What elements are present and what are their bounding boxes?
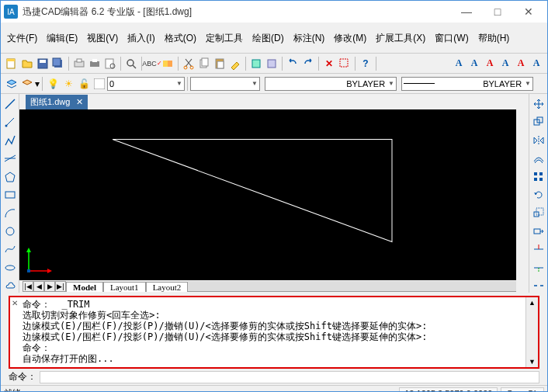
svg-marker-43 <box>540 137 543 144</box>
stretch-tool-icon[interactable] <box>532 224 546 238</box>
audit-icon[interactable] <box>161 57 175 71</box>
matchprop-icon[interactable] <box>228 57 242 71</box>
cut-icon[interactable] <box>182 57 196 71</box>
layer-prev-icon[interactable] <box>20 77 34 91</box>
menu-format[interactable]: 格式(O) <box>165 31 196 45</box>
trim-tool-icon[interactable] <box>532 243 546 256</box>
drawing-canvas[interactable] <box>19 109 516 280</box>
open-icon[interactable] <box>20 57 34 71</box>
minimize-button[interactable]: — <box>451 2 482 21</box>
svg-rect-39 <box>27 269 30 272</box>
command-input[interactable] <box>40 371 539 383</box>
textstyle-a3[interactable]: A <box>483 57 497 71</box>
paste-icon[interactable] <box>213 57 227 71</box>
textstyle-a1[interactable]: A <box>452 57 466 71</box>
arc-tool-icon[interactable] <box>3 206 17 220</box>
new-icon[interactable] <box>5 57 19 71</box>
cmd-scrollbar[interactable]: ▲▼ <box>525 297 538 367</box>
linetype-combo[interactable]: BYLAYER▼ <box>265 77 397 91</box>
separator <box>120 57 121 71</box>
maximize-button[interactable]: □ <box>482 2 513 21</box>
cloud-tool-icon[interactable] <box>3 279 17 293</box>
plot-icon[interactable] <box>72 57 86 71</box>
saveall-icon[interactable] <box>51 57 65 71</box>
menu-view[interactable]: 视图(V) <box>87 31 118 45</box>
cmd-close-icon[interactable]: ✕ <box>10 297 21 367</box>
menu-help[interactable]: 帮助(H) <box>478 31 510 45</box>
select-icon[interactable] <box>338 57 352 71</box>
polygon-tool-icon[interactable] <box>3 170 17 183</box>
svg-rect-32 <box>5 192 15 198</box>
separator <box>318 57 319 71</box>
xline-tool-icon[interactable] <box>3 151 17 165</box>
delete-x-icon[interactable]: ✕ <box>322 57 336 71</box>
command-history: ✕ 命令： _TRIM 选取切割对象作修剪<回车全选>: 边缘模式(E)/围栏(… <box>9 296 539 369</box>
textstyle-a4[interactable]: A <box>498 57 512 71</box>
menu-modify[interactable]: 修改(M) <box>334 31 366 45</box>
menu-edit[interactable]: 编辑(E) <box>47 31 78 45</box>
offset-tool-icon[interactable] <box>532 151 546 165</box>
copy-tool-icon[interactable] <box>532 115 546 128</box>
hscroll-track[interactable] <box>188 281 516 292</box>
menu-customtools[interactable]: 定制工具 <box>206 31 243 45</box>
menu-insert[interactable]: 插入(I) <box>127 31 154 45</box>
save-icon[interactable] <box>36 57 50 71</box>
undo-icon[interactable] <box>286 57 300 71</box>
separator <box>42 77 43 91</box>
doc-tab-close-icon[interactable]: ✕ <box>76 97 83 107</box>
preview-icon[interactable] <box>103 57 117 71</box>
svg-rect-3 <box>40 60 46 63</box>
dropdown-arrow[interactable]: ▾ <box>35 78 40 89</box>
rotate-tool-icon[interactable] <box>532 188 546 201</box>
tab-nav-next[interactable]: ▶ <box>44 281 55 292</box>
ray-tool-icon[interactable] <box>3 115 17 128</box>
menu-exttools[interactable]: 扩展工具(X) <box>376 31 425 45</box>
light-on-icon[interactable]: 💡 <box>46 77 60 91</box>
layer-mgr-icon[interactable] <box>5 77 19 91</box>
status-mode[interactable]: OpenGL <box>501 387 544 393</box>
find-icon[interactable] <box>124 57 138 71</box>
circle-tool-icon[interactable] <box>3 224 17 238</box>
lineweight-combo[interactable]: BYLAYER▼ <box>401 77 533 91</box>
line-tool-icon[interactable] <box>3 97 17 110</box>
sun-icon[interactable]: ☀ <box>61 77 75 91</box>
block-icon[interactable] <box>249 57 263 71</box>
move-tool-icon[interactable] <box>532 97 546 110</box>
rectangle-tool-icon[interactable] <box>3 188 17 201</box>
color-swatch[interactable] <box>92 77 106 91</box>
textstyle-a6[interactable]: A <box>529 57 543 71</box>
tab-nav-first[interactable]: |◀ <box>23 281 33 292</box>
menu-draw[interactable]: 绘图(D) <box>252 31 284 45</box>
polyline-tool-icon[interactable] <box>3 134 17 147</box>
ellipse-tool-icon[interactable] <box>3 261 17 274</box>
close-button[interactable]: ✕ <box>513 2 544 21</box>
standard-toolbar: ABC✓ ✕ ? A A A A A A <box>1 54 547 74</box>
menu-file[interactable]: 文件(F) <box>7 31 37 45</box>
extend-tool-icon[interactable] <box>532 261 546 274</box>
tab-nav-last[interactable]: ▶| <box>55 281 66 292</box>
doc-tab-active[interactable]: 图纸1.dwg ✕ <box>26 95 88 109</box>
textstyle-a5[interactable]: A <box>514 57 528 71</box>
insert-icon[interactable] <box>265 57 279 71</box>
layer-combo[interactable]: 0▼ <box>107 77 185 91</box>
copy-icon[interactable] <box>197 57 211 71</box>
tab-nav-prev[interactable]: ◀ <box>33 281 44 292</box>
svg-line-27 <box>6 118 14 126</box>
menu-window[interactable]: 窗口(W) <box>435 31 468 45</box>
lock-icon[interactable]: 🔓 <box>77 77 91 91</box>
menu-annotate[interactable]: 标注(N) <box>293 31 325 45</box>
spline-tool-icon[interactable] <box>3 243 17 256</box>
mirror-tool-icon[interactable] <box>532 134 546 147</box>
layout-tab-2[interactable]: Layout2 <box>146 282 189 292</box>
color-combo[interactable]: ▼ <box>190 77 260 91</box>
array-tool-icon[interactable] <box>532 170 546 183</box>
help-icon[interactable]: ? <box>359 57 373 71</box>
print-icon[interactable] <box>88 57 102 71</box>
spell-icon[interactable]: ABC✓ <box>145 57 159 71</box>
textstyle-a2[interactable]: A <box>467 57 481 71</box>
layout-tab-1[interactable]: Layout1 <box>103 282 146 292</box>
break-tool-icon[interactable] <box>532 279 546 293</box>
layout-tab-model[interactable]: Model <box>66 282 103 292</box>
redo-icon[interactable] <box>301 57 315 71</box>
scale-tool-icon[interactable] <box>532 206 546 220</box>
